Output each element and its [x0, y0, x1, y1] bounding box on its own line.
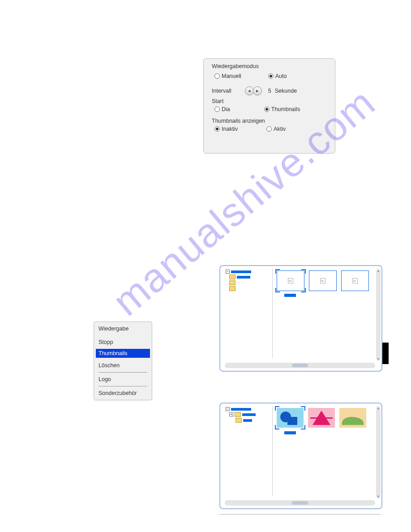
collapse-icon[interactable]: −	[226, 407, 230, 411]
spinner-up-icon[interactable]: ►	[253, 86, 262, 95]
thumbnail-item[interactable]	[277, 270, 304, 291]
menu-item-logo[interactable]: Logo	[94, 373, 152, 386]
thumbnails-grid	[277, 270, 369, 291]
tree-node[interactable]: −	[226, 407, 272, 411]
thumbnail-item[interactable]	[309, 270, 337, 291]
tree-node[interactable]	[229, 275, 272, 279]
folder-icon	[229, 280, 235, 285]
folder-icon	[235, 412, 241, 417]
tree-label-redacted	[231, 408, 251, 411]
thumbnail-browser-window: −	[219, 265, 382, 372]
collapse-icon[interactable]: −	[226, 270, 230, 274]
tree-label-redacted	[242, 413, 256, 416]
expand-icon[interactable]: +	[229, 412, 233, 416]
tree-node[interactable]	[229, 280, 272, 285]
radio-icon	[214, 107, 220, 112]
horizontal-scrollbar[interactable]	[225, 363, 375, 368]
thumbnail-item[interactable]	[341, 270, 369, 291]
thumbnail-filename-redacted	[284, 294, 296, 297]
tree-label-redacted	[243, 419, 252, 422]
broken-image-icon	[288, 278, 293, 283]
radio-label-manual: Manuell	[222, 73, 241, 79]
folder-icon	[229, 275, 235, 279]
interval-label: Intervall	[212, 88, 231, 94]
tree-label-redacted	[237, 276, 250, 279]
context-menu: Wiedergabe Stopp Thumbnails Löschen Logo…	[94, 322, 152, 400]
radio-label-dia: Dia	[222, 106, 230, 112]
tree-node[interactable]	[229, 286, 272, 291]
divider	[219, 514, 381, 515]
radio-label-auto: Auto	[275, 73, 287, 79]
thumbnail-image	[277, 408, 304, 428]
menu-item-loeschen[interactable]: Löschen	[94, 358, 152, 372]
thumbnail-item[interactable]	[277, 408, 304, 428]
settings-title: Wiedergabemodus	[212, 63, 335, 69]
playback-settings-panel: Wiedergabemodus Manuell Auto Intervall ◄…	[203, 58, 335, 154]
tree-label-redacted	[231, 270, 251, 273]
folder-tree: −	[223, 269, 273, 358]
thumbs-show-label: Thumbnails anzeigen	[212, 118, 335, 124]
spinner-down-icon[interactable]: ◄	[245, 86, 254, 95]
radio-icon	[266, 126, 272, 132]
horizontal-scrollbar[interactable]	[225, 500, 375, 506]
broken-image-icon	[352, 278, 358, 283]
radio-label-active: Aktiv	[274, 126, 286, 132]
radio-icon	[214, 126, 220, 132]
thumbnails-grid	[277, 408, 366, 428]
broken-image-icon	[320, 278, 325, 283]
folder-icon	[229, 286, 235, 291]
vertical-scrollbar[interactable]	[376, 406, 381, 498]
folder-tree: − +	[223, 406, 273, 496]
thumbnail-item[interactable]	[308, 408, 335, 428]
menu-item-thumbnails[interactable]: Thumbnails	[96, 349, 150, 358]
menu-item-sonderzubehoer[interactable]: Sonderzubehör	[94, 386, 152, 400]
vertical-scrollbar[interactable]	[376, 269, 381, 361]
radio-label-inactive: Inaktiv	[222, 126, 238, 132]
menu-item-stopp[interactable]: Stopp	[94, 335, 152, 349]
start-label: Start	[212, 98, 335, 104]
radio-icon	[214, 73, 220, 79]
radio-dia[interactable]: Dia	[214, 106, 230, 112]
thumbnail-item[interactable]	[339, 408, 366, 428]
interval-value: 5	[268, 88, 271, 94]
thumbnail-browser-window: − +	[219, 403, 382, 509]
interval-spinner[interactable]: ◄ ►	[245, 86, 262, 95]
tree-node[interactable]: −	[226, 270, 272, 274]
radio-label-thumbnails: Thumbnails	[271, 106, 300, 112]
radio-icon	[264, 107, 270, 112]
radio-icon	[268, 73, 274, 79]
thumbnail-filename-redacted	[284, 431, 296, 434]
tree-node[interactable]	[235, 418, 272, 423]
radio-thumbnails[interactable]: Thumbnails	[264, 106, 300, 112]
radio-inactive[interactable]: Inaktiv	[214, 126, 238, 132]
radio-auto[interactable]: Auto	[268, 73, 287, 79]
folder-icon	[235, 418, 242, 423]
interval-unit: Sekunde	[275, 88, 297, 94]
radio-active[interactable]: Aktiv	[266, 126, 286, 132]
menu-item-wiedergabe[interactable]: Wiedergabe	[94, 322, 152, 335]
radio-manual[interactable]: Manuell	[214, 73, 241, 79]
tree-node[interactable]: +	[229, 412, 272, 417]
